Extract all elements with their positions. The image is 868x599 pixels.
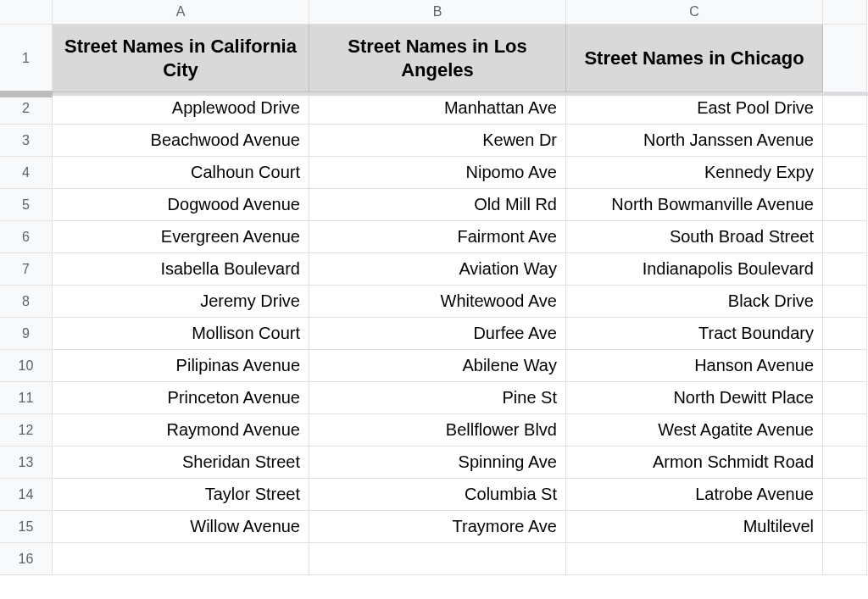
cell-D3[interactable]: [823, 125, 867, 157]
cell-B1[interactable]: Street Names in Los Angeles: [309, 25, 566, 92]
cell-D4[interactable]: [823, 157, 867, 189]
cell-D16[interactable]: [823, 543, 867, 575]
cell-A11[interactable]: Princeton Avenue: [53, 382, 309, 414]
row-header-11[interactable]: 11: [0, 382, 53, 414]
cell-D15[interactable]: [823, 511, 867, 543]
cell-D2[interactable]: [823, 92, 867, 125]
cell-C12[interactable]: West Agatite Avenue: [566, 414, 823, 446]
cell-A3[interactable]: Beachwood Avenue: [53, 125, 309, 157]
spreadsheet-wrapper: A B C 1 Street Names in California City …: [0, 0, 868, 575]
cell-D10[interactable]: [823, 350, 867, 382]
row-header-8[interactable]: 8: [0, 286, 53, 318]
cell-A13[interactable]: Sheridan Street: [53, 446, 309, 479]
row-header-12[interactable]: 12: [0, 414, 53, 446]
cell-C11[interactable]: North Dewitt Place: [566, 382, 823, 414]
row-header-13[interactable]: 13: [0, 446, 53, 479]
row-header-9[interactable]: 9: [0, 318, 53, 350]
cell-C6[interactable]: South Broad Street: [566, 221, 823, 253]
cell-A8[interactable]: Jeremy Drive: [53, 286, 309, 318]
cell-B2[interactable]: Manhattan Ave: [309, 92, 566, 125]
cell-B14[interactable]: Columbia St: [309, 479, 566, 511]
select-all-corner[interactable]: [0, 0, 53, 25]
cell-B12[interactable]: Bellflower Blvd: [309, 414, 566, 446]
cell-C13[interactable]: Armon Schmidt Road: [566, 446, 823, 479]
row-header-1[interactable]: 1: [0, 25, 53, 92]
cell-B11[interactable]: Pine St: [309, 382, 566, 414]
cell-C5[interactable]: North Bowmanville Avenue: [566, 189, 823, 221]
cell-A16[interactable]: [53, 543, 309, 575]
cell-B7[interactable]: Aviation Way: [309, 253, 566, 286]
cell-B9[interactable]: Durfee Ave: [309, 318, 566, 350]
cell-A15[interactable]: Willow Avenue: [53, 511, 309, 543]
cell-D5[interactable]: [823, 189, 867, 221]
cell-C14[interactable]: Latrobe Avenue: [566, 479, 823, 511]
cell-C16[interactable]: [566, 543, 823, 575]
cell-D9[interactable]: [823, 318, 867, 350]
row-header-5[interactable]: 5: [0, 189, 53, 221]
row-header-10[interactable]: 10: [0, 350, 53, 382]
row-header-16[interactable]: 16: [0, 543, 53, 575]
cell-A14[interactable]: Taylor Street: [53, 479, 309, 511]
cell-B5[interactable]: Old Mill Rd: [309, 189, 566, 221]
column-header-C[interactable]: C: [566, 0, 823, 25]
cell-C4[interactable]: Kennedy Expy: [566, 157, 823, 189]
column-header-A[interactable]: A: [53, 0, 309, 25]
column-header-B[interactable]: B: [309, 0, 566, 25]
cell-D12[interactable]: [823, 414, 867, 446]
cell-D6[interactable]: [823, 221, 867, 253]
cell-D14[interactable]: [823, 479, 867, 511]
freeze-bar-horizontal[interactable]: [0, 92, 868, 96]
cell-A7[interactable]: Isabella Boulevard: [53, 253, 309, 286]
freeze-handle[interactable]: [0, 91, 53, 97]
cell-A12[interactable]: Raymond Avenue: [53, 414, 309, 446]
cell-D1[interactable]: [823, 25, 867, 92]
cell-B4[interactable]: Nipomo Ave: [309, 157, 566, 189]
cell-C2[interactable]: East Pool Drive: [566, 92, 823, 125]
spreadsheet-grid: A B C 1 Street Names in California City …: [0, 0, 868, 575]
cell-A1[interactable]: Street Names in California City: [53, 25, 309, 92]
cell-A4[interactable]: Calhoun Court: [53, 157, 309, 189]
row-header-3[interactable]: 3: [0, 125, 53, 157]
cell-A2[interactable]: Applewood Drive: [53, 92, 309, 125]
cell-C15[interactable]: Multilevel: [566, 511, 823, 543]
cell-B15[interactable]: Traymore Ave: [309, 511, 566, 543]
row-header-4[interactable]: 4: [0, 157, 53, 189]
cell-A9[interactable]: Mollison Court: [53, 318, 309, 350]
row-header-7[interactable]: 7: [0, 253, 53, 286]
cell-C8[interactable]: Black Drive: [566, 286, 823, 318]
cell-B8[interactable]: Whitewood Ave: [309, 286, 566, 318]
cell-C1[interactable]: Street Names in Chicago: [566, 25, 823, 92]
cell-D8[interactable]: [823, 286, 867, 318]
row-header-14[interactable]: 14: [0, 479, 53, 511]
cell-A10[interactable]: Pilipinas Avenue: [53, 350, 309, 382]
cell-D7[interactable]: [823, 253, 867, 286]
cell-B13[interactable]: Spinning Ave: [309, 446, 566, 479]
cell-B6[interactable]: Fairmont Ave: [309, 221, 566, 253]
cell-B3[interactable]: Kewen Dr: [309, 125, 566, 157]
cell-B16[interactable]: [309, 543, 566, 575]
cell-A6[interactable]: Evergreen Avenue: [53, 221, 309, 253]
cell-C7[interactable]: Indianapolis Boulevard: [566, 253, 823, 286]
cell-C10[interactable]: Hanson Avenue: [566, 350, 823, 382]
column-header-empty[interactable]: [823, 0, 867, 25]
row-header-15[interactable]: 15: [0, 511, 53, 543]
row-header-6[interactable]: 6: [0, 221, 53, 253]
cell-C9[interactable]: Tract Boundary: [566, 318, 823, 350]
cell-D11[interactable]: [823, 382, 867, 414]
cell-C3[interactable]: North Janssen Avenue: [566, 125, 823, 157]
cell-D13[interactable]: [823, 446, 867, 479]
cell-A5[interactable]: Dogwood Avenue: [53, 189, 309, 221]
cell-B10[interactable]: Abilene Way: [309, 350, 566, 382]
